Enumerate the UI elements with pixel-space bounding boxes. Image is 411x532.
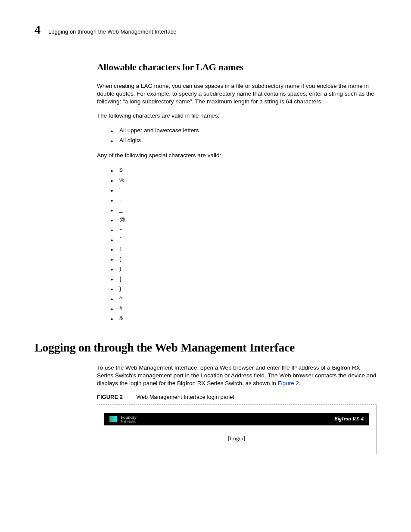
list-item: ` <box>119 235 377 245</box>
login-banner: Foundry Networks BigIron RX-4 <box>104 413 369 426</box>
list-item: & <box>119 314 377 324</box>
list-item: All upper and lowercase letters <box>119 126 377 136</box>
figure-login-panel: Foundry Networks BigIron RX-4 [Login] <box>97 404 377 454</box>
list-item: ! <box>119 244 377 254</box>
list-item: ~ <box>119 225 377 235</box>
text-span: . <box>299 380 301 386</box>
login-link[interactable]: [Login] <box>228 435 245 442</box>
header-title: Logging on through the Web Management In… <box>48 28 177 35</box>
figure-number: FIGURE 2 <box>97 394 123 400</box>
brand-text: Foundry Networks <box>121 415 137 423</box>
banner-brand: Foundry Networks <box>109 415 137 423</box>
list-item: ) <box>119 264 377 274</box>
para-intro: When creating a LAG name, you can use sp… <box>97 82 377 106</box>
page-header: 4 Logging on through the Web Management … <box>34 24 377 36</box>
brand-line2: Networks <box>121 419 136 423</box>
list-item: @ <box>119 215 377 225</box>
section-heading-allowable: Allowable characters for LAG names <box>97 62 377 73</box>
list-item: - <box>119 195 377 205</box>
list-item: # <box>119 304 377 314</box>
login-link-row: [Login] <box>101 435 372 442</box>
list-item: All digits <box>119 136 377 146</box>
figure-link[interactable]: Figure 2 <box>277 380 299 386</box>
model-label: BigIron RX-4 <box>334 416 364 422</box>
foundry-logo-icon <box>109 416 117 422</box>
para-login-intro: To use the Web Management Interface, ope… <box>97 364 377 388</box>
para-valid-intro: The following characters are valid in fi… <box>97 112 377 120</box>
list-item: % <box>119 175 377 185</box>
list-item: $ <box>119 165 377 175</box>
list-item: ( <box>119 254 377 264</box>
valid-chars-list: All upper and lowercase letters All digi… <box>97 126 377 146</box>
list-item: { <box>119 274 377 284</box>
para-special-intro: Any of the following special characters … <box>97 152 377 159</box>
list-item: ' <box>119 185 377 195</box>
section-heading-logging: Logging on through the Web Management In… <box>34 341 377 355</box>
text-span: To use the Web Management Interface, ope… <box>97 364 376 386</box>
figure-title: Web Management Interface login panel <box>137 394 234 400</box>
figure-caption: FIGURE 2 Web Management Interface login … <box>97 394 377 400</box>
list-item: _ <box>119 205 377 215</box>
chapter-number: 4 <box>34 24 40 36</box>
list-item: } <box>119 284 377 294</box>
special-chars-list: $ % ' - _ @ ~ ` ! ( ) { } ^ # & <box>97 165 377 324</box>
list-item: ^ <box>119 294 377 304</box>
